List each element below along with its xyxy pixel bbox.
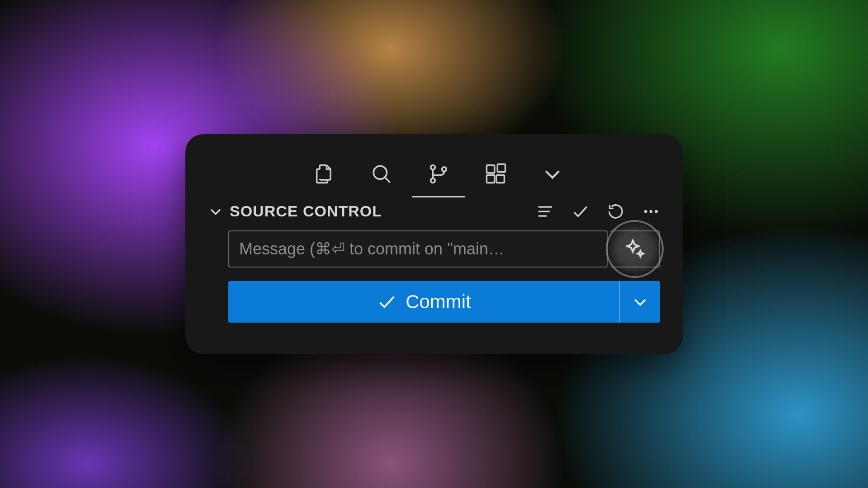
svg-point-4 bbox=[442, 167, 447, 171]
git-branch-icon bbox=[427, 163, 450, 185]
svg-rect-7 bbox=[496, 175, 504, 183]
check-icon bbox=[377, 291, 397, 312]
search-tab[interactable] bbox=[369, 161, 394, 187]
commit-button-label: Commit bbox=[406, 291, 471, 313]
refresh-button[interactable] bbox=[607, 202, 625, 221]
svg-point-0 bbox=[373, 166, 387, 179]
section-actions bbox=[536, 202, 660, 221]
commit-action-button[interactable] bbox=[571, 202, 590, 221]
commit-message-input[interactable] bbox=[228, 230, 608, 267]
chevron-down-icon bbox=[541, 163, 564, 185]
section-header[interactable]: SOURCE CONTROL bbox=[208, 202, 660, 221]
commit-dropdown-button[interactable] bbox=[619, 281, 660, 323]
svg-rect-8 bbox=[497, 164, 505, 172]
chevron-down-icon bbox=[208, 204, 223, 219]
ellipsis-icon bbox=[642, 202, 660, 221]
activity-tabbar bbox=[208, 161, 660, 187]
source-control-tab[interactable] bbox=[426, 161, 451, 187]
check-icon bbox=[571, 202, 590, 221]
commit-button[interactable]: Commit bbox=[228, 281, 619, 323]
commit-button-row: Commit bbox=[208, 281, 660, 323]
source-control-panel: SOURCE CONTROL bbox=[185, 134, 683, 354]
svg-point-12 bbox=[644, 210, 647, 213]
generate-commit-message-button[interactable] bbox=[610, 230, 660, 267]
svg-point-3 bbox=[431, 178, 435, 183]
list-icon bbox=[536, 202, 554, 221]
search-icon bbox=[370, 163, 393, 185]
refresh-icon bbox=[607, 202, 625, 221]
extensions-tab[interactable] bbox=[483, 161, 508, 187]
svg-line-1 bbox=[385, 177, 390, 182]
more-actions-button[interactable] bbox=[642, 202, 660, 221]
section-title: SOURCE CONTROL bbox=[230, 202, 382, 220]
extensions-icon bbox=[484, 162, 507, 186]
chevron-down-icon bbox=[631, 293, 649, 311]
commit-message-row bbox=[208, 230, 660, 267]
svg-rect-6 bbox=[487, 175, 495, 183]
svg-rect-5 bbox=[487, 165, 495, 173]
svg-point-13 bbox=[650, 210, 653, 213]
files-icon bbox=[313, 162, 336, 186]
overflow-tab[interactable] bbox=[540, 161, 565, 187]
view-tree-button[interactable] bbox=[536, 202, 554, 221]
svg-point-2 bbox=[431, 165, 435, 169]
sparkle-icon bbox=[623, 238, 646, 260]
explorer-tab[interactable] bbox=[312, 161, 337, 187]
svg-point-14 bbox=[655, 210, 658, 213]
